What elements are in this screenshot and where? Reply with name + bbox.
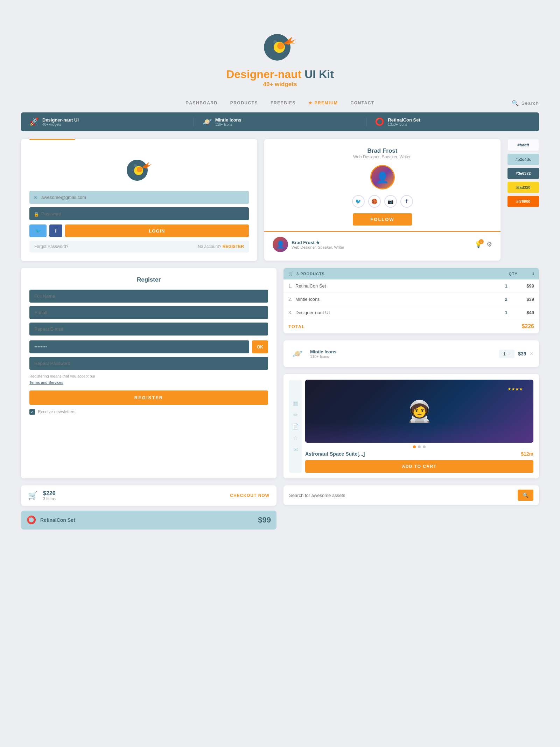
product-mini-name: Mintie Icons: [310, 349, 336, 354]
qty-value: 1: [503, 351, 506, 357]
lock-icon: 🔒: [34, 211, 39, 216]
dot-1[interactable]: [413, 445, 416, 448]
password-input[interactable]: [29, 207, 249, 220]
ok-button[interactable]: OK: [252, 340, 268, 353]
profile-job-title: Web Designer, Speaker, Writer.: [273, 154, 492, 159]
hero-title-dark: UI Kit: [301, 68, 334, 81]
add-to-cart-button[interactable]: ADD TO CART: [305, 460, 533, 473]
cart-row-qty: 1: [496, 283, 517, 289]
search-icon: 🔍: [512, 100, 519, 106]
pencil-icon[interactable]: ✏: [293, 411, 298, 418]
nav-dashboard[interactable]: DASHBOARD: [186, 101, 218, 105]
password-register-input[interactable]: [29, 340, 249, 353]
cart-row-price: $39: [517, 297, 534, 302]
twitter-login-button[interactable]: 🐦: [29, 224, 47, 237]
hero-logo: [262, 28, 298, 63]
email-register-input[interactable]: [29, 306, 268, 319]
nav-products[interactable]: PRODUCTS: [230, 101, 258, 105]
cart-summary-bar: 🛒 $226 3 Items CHECKOUT NOW: [21, 485, 276, 506]
mintie-icon: 🪐: [202, 117, 212, 126]
cart-icon: 🛒: [288, 271, 294, 276]
dot-3[interactable]: [423, 445, 426, 448]
login-logo: [29, 154, 249, 184]
instagram-icon-btn[interactable]: 📷: [384, 195, 397, 208]
color-swatch-3[interactable]: #3e6372: [507, 168, 539, 179]
no-account-text: No account? REGISTER: [198, 244, 244, 249]
color-swatch-4[interactable]: #fad320: [507, 182, 539, 193]
notification-badge[interactable]: 💡 0: [475, 241, 482, 248]
repeat-password-input[interactable]: [29, 357, 268, 370]
fullname-input[interactable]: [29, 290, 268, 303]
dark-bar-item-1[interactable]: 🚀 Designer-naut UI 40+ widgets: [21, 117, 194, 126]
email-input[interactable]: [29, 191, 249, 204]
cart-header: 🛒 3 PRODUCTS QTY ℹ: [284, 268, 539, 279]
mini-profile-title: Web Designer, Speaker, Writer: [292, 245, 344, 249]
carousel-dots: [305, 445, 533, 448]
nav-contact[interactable]: CONTACT: [351, 101, 374, 105]
cart-total-amount: $226: [522, 323, 534, 330]
color-swatch-1[interactable]: #fafaff: [507, 139, 539, 151]
settings-icon[interactable]: ⚙: [486, 241, 492, 248]
email-input-wrapper: ✉: [29, 191, 249, 204]
grid-icon[interactable]: ▦: [293, 400, 298, 407]
product-listing-name: RetinalCon Set: [40, 517, 75, 523]
hero-title: Designer-naut UI Kit: [21, 68, 539, 81]
register-card: Register OK Registering means that you a…: [21, 268, 276, 478]
dark-bar-item-2[interactable]: 🪐 Mintie Icons 110+ Icons: [194, 117, 367, 126]
checkout-button[interactable]: CHECKOUT NOW: [230, 493, 270, 498]
cart-info-icon: ℹ: [524, 271, 534, 276]
twitter-icon-btn[interactable]: 🐦: [352, 195, 365, 208]
facebook-icon-btn[interactable]: f: [400, 195, 413, 208]
terms-text: Registering means that you accept our Te…: [29, 373, 268, 386]
color-swatch-2[interactable]: #b2d4dc: [507, 154, 539, 165]
product-listing-card: ⭕ RetinalCon Set $99: [21, 511, 276, 530]
cart-card: 🛒 3 PRODUCTS QTY ℹ 1. RetinalCon Set 1 $…: [284, 268, 539, 333]
cart-row-num: 1.: [288, 283, 295, 289]
social-icons: 🐦 🏀 📷 f: [273, 195, 492, 208]
newsletter-checkbox[interactable]: ✓: [29, 409, 35, 415]
document-icon[interactable]: 📄: [292, 423, 299, 430]
login-button[interactable]: LOGIN: [65, 224, 249, 237]
star-sidebar-icon[interactable]: ☆: [293, 435, 298, 441]
follow-button[interactable]: FOLLOW: [353, 213, 412, 226]
mail-icon[interactable]: ✉: [293, 446, 298, 453]
dark-bar-item-3[interactable]: ⭕ RetinalCon Set 1350+ Icons: [366, 117, 539, 126]
search-label: Search: [522, 101, 539, 106]
product-listing-icon: ⭕: [27, 516, 36, 525]
cart-summary-items: 3 Items: [43, 497, 56, 501]
email-icon: ✉: [34, 195, 37, 200]
product-mini-price: $39: [518, 351, 526, 357]
cart-summary-icon: 🛒: [28, 491, 37, 500]
nav-search[interactable]: 🔍 Search: [512, 100, 539, 106]
cart-items-count: 3 PRODUCTS: [296, 272, 503, 276]
hero-title-orange: Designer-naut: [226, 68, 301, 81]
profile-card: Brad Frost Web Designer, Speaker, Writer…: [264, 139, 500, 261]
remove-product-button[interactable]: ×: [530, 350, 533, 358]
password-input-wrapper: 🔒: [29, 207, 249, 220]
search-input[interactable]: [289, 493, 514, 498]
register-link[interactable]: REGISTER: [223, 244, 244, 249]
svg-point-6: [134, 164, 136, 167]
cart-row-price: $49: [517, 310, 534, 315]
cart-qty-header: QTY: [503, 272, 524, 276]
nav-premium[interactable]: ★ PREMIUM: [308, 101, 338, 105]
space-image: ★★★★ 🧑‍🚀: [305, 380, 533, 443]
badge-count: 0: [479, 239, 484, 244]
dark-bar-title-1: Designer-naut UI: [42, 117, 79, 123]
color-swatch-5[interactable]: #f76900: [507, 196, 539, 207]
newsletter-label: Receive newsletters.: [38, 409, 77, 414]
dot-2[interactable]: [418, 445, 421, 448]
search-button[interactable]: 🔍: [518, 490, 533, 501]
mini-profile-name: Brad Frost ★: [292, 240, 344, 245]
register-button[interactable]: REGISTER: [29, 390, 268, 405]
cart-row-num: 2.: [288, 297, 295, 302]
search-bar: 🔍: [284, 485, 539, 505]
facebook-login-button[interactable]: f: [49, 224, 62, 237]
cart-row-qty: 2: [496, 297, 517, 302]
repeat-email-input[interactable]: [29, 323, 268, 336]
dribbble-icon-btn[interactable]: 🏀: [368, 195, 381, 208]
nav-freebies[interactable]: FREEBIES: [271, 101, 296, 105]
terms-link[interactable]: Terms and Services: [29, 380, 63, 385]
color-palette: #fafaff #b2d4dc #3e6372 #fad320 #f76900: [507, 139, 539, 207]
qty-stepper[interactable]: 1 ÷: [499, 350, 514, 358]
